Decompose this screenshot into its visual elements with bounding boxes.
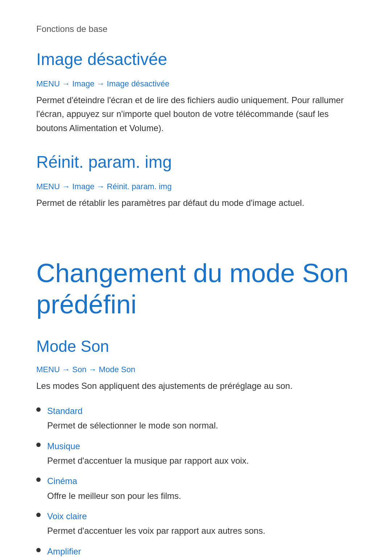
reinit-param-section: Réinit. param. img MENU → Image → Réinit… [36,150,356,210]
main-chapter-title: Changement du mode Son prédéfini [36,257,356,320]
bullet-content: Voix clairePermet d'accentuer les voix p… [47,509,356,538]
mode-son-description: Les modes Son appliquent des ajustements… [36,379,356,393]
bullet-dot-icon [36,477,41,482]
bullet-dot-icon [36,443,41,447]
bullet-desc: Permet d'accentuer la musique par rappor… [47,456,249,465]
bullet-term: Musique [47,439,356,453]
mode-son-breadcrumb: MENU → Son → Mode Son [36,363,356,375]
list-item: CinémaOffre le meilleur son pour les fil… [36,474,356,503]
reinit-param-title: Réinit. param. img [36,150,356,175]
bullet-term: Amplifier [47,545,356,557]
list-item: StandardPermet de sélectionner le mode s… [36,404,356,433]
bullet-desc: Permet de sélectionner le mode son norma… [47,420,218,430]
bullet-content: StandardPermet de sélectionner le mode s… [47,404,356,433]
bullet-dot-icon [36,513,41,517]
image-desactivee-title: Image désactivée [36,47,356,72]
bullet-term: Standard [47,404,356,418]
bullet-term: Cinéma [47,474,356,488]
bullet-content: MusiquePermet d'accentuer la musique par… [47,439,356,468]
bullet-dot-icon [36,407,41,412]
page-category-label: Fonctions de base [36,24,107,34]
bullet-desc: Offre le meilleur son pour les films. [47,491,181,501]
reinit-param-breadcrumb: MENU → Image → Réinit. param. img [36,180,356,192]
image-desactivee-section: Image désactivée MENU → Image → Image dé… [36,47,356,135]
bullet-term: Voix claire [47,509,356,523]
reinit-param-description: Permet de rétablir les paramètres par dé… [36,196,356,210]
mode-son-title: Mode Son [36,334,356,358]
bullet-content: AmplifierPermet d'augmenter l'intensité … [47,545,356,557]
list-item: MusiquePermet d'accentuer la musique par… [36,439,356,468]
mode-son-section: Mode Son MENU → Son → Mode Son Les modes… [36,334,356,557]
image-desactivee-description: Permet d'éteindre l'écran et de lire des… [36,93,356,135]
page-category-section: Fonctions de base [36,22,356,36]
list-item: AmplifierPermet d'augmenter l'intensité … [36,545,356,557]
image-desactivee-breadcrumb: MENU → Image → Image désactivée [36,78,356,90]
list-item: Voix clairePermet d'accentuer les voix p… [36,509,356,538]
bullet-dot-icon [36,548,41,552]
bullet-desc: Permet d'accentuer les voix par rapport … [47,526,265,536]
bullet-content: CinémaOffre le meilleur son pour les fil… [47,474,356,503]
mode-son-list: StandardPermet de sélectionner le mode s… [36,404,356,557]
